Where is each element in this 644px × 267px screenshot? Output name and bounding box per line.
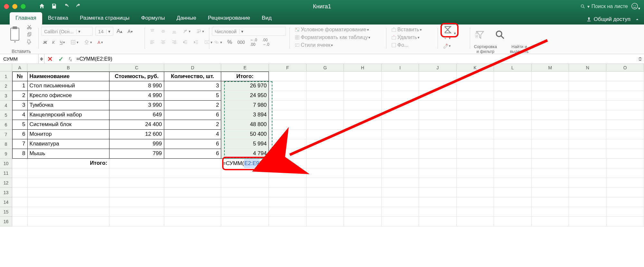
cell[interactable] [457,178,494,188]
cell[interactable] [419,149,456,159]
cell[interactable] [419,91,456,101]
tab-insert[interactable]: Вставка [42,12,74,25]
cell[interactable] [109,207,164,217]
format-as-table-button[interactable]: Форматировать как таблицу▾ [292,34,372,41]
cell[interactable] [109,168,164,178]
cell[interactable] [532,101,569,110]
cell[interactable] [457,188,494,197]
col-header-M[interactable]: M [532,64,569,71]
cell[interactable] [382,178,419,188]
italic-button[interactable]: К [50,39,57,46]
cell[interactable] [607,159,644,168]
cell[interactable] [269,91,306,101]
decrease-decimal-icon[interactable]: .00→.0 [260,37,271,48]
cell[interactable] [532,197,569,207]
row-header-14[interactable]: 14 [0,197,12,207]
col-header-L[interactable]: L [494,64,531,71]
cell[interactable] [307,197,344,207]
cell[interactable] [457,207,494,217]
cell[interactable] [419,188,456,197]
cell[interactable] [382,101,419,110]
orientation-icon[interactable]: ab▾ [180,27,193,35]
cell-num[interactable]: 6 [12,130,28,139]
cell-total[interactable]: 3 894 [221,110,269,120]
cell[interactable] [382,130,419,139]
tab-formulas[interactable]: Формулы [135,12,171,25]
col-header-A[interactable]: A [12,64,27,71]
cell[interactable] [606,110,644,120]
col-header-N[interactable]: N [569,64,606,71]
cell[interactable] [494,159,531,168]
cell[interactable] [532,188,569,197]
cell[interactable] [269,217,306,226]
cell[interactable] [344,217,381,226]
cell[interactable] [382,217,419,226]
cell[interactable] [494,110,531,120]
row-header-16[interactable]: 16 [0,217,12,226]
cell[interactable] [494,197,531,207]
header-cost[interactable]: Стоимость, руб. [109,72,164,81]
cell[interactable] [344,120,381,130]
align-middle-icon[interactable] [158,27,168,35]
cell[interactable] [569,72,606,81]
cell-num[interactable]: 4 [12,110,28,120]
cell[interactable] [344,110,381,120]
cell[interactable] [269,81,306,91]
cell[interactable] [12,159,28,168]
cell[interactable] [382,72,419,81]
cell[interactable] [419,178,456,188]
cell[interactable] [221,217,269,226]
cell-num[interactable]: 1 [12,81,28,91]
find-select-button[interactable] [493,29,507,41]
cell[interactable] [569,91,606,101]
cell[interactable] [307,159,344,168]
cell-total[interactable]: 26 970 [221,81,269,91]
header-qty[interactable]: Количество, шт. [164,72,222,81]
cell[interactable] [494,168,531,178]
cell[interactable] [457,91,494,101]
cell[interactable] [269,101,306,110]
fx-icon[interactable]: fx [66,56,74,62]
cell[interactable] [457,110,494,120]
cell[interactable] [606,130,644,139]
cell-total[interactable]: 24 950 [221,91,269,101]
cell[interactable] [28,188,109,197]
cell[interactable] [344,101,381,110]
cell[interactable] [344,81,381,91]
align-center-icon[interactable] [158,38,168,46]
cell[interactable] [607,188,644,197]
cell[interactable] [269,120,306,130]
cell[interactable] [569,149,606,159]
col-header-B[interactable]: B [27,64,109,71]
align-right-icon[interactable] [169,38,179,46]
cell[interactable] [457,130,494,139]
cell[interactable] [344,159,381,168]
cell[interactable] [344,168,381,178]
cell[interactable] [12,168,28,178]
cell[interactable] [494,130,531,139]
row-header-6[interactable]: 6 [0,120,12,130]
col-header-D[interactable]: D [164,64,222,71]
cell[interactable] [494,81,531,91]
cell[interactable] [457,101,494,110]
cell[interactable] [221,207,269,217]
borders-button[interactable]: ▾ [68,38,80,46]
cell[interactable] [109,188,164,197]
increase-decimal-icon[interactable]: ←.0.00 [248,37,259,48]
row-headers[interactable]: 12345678910111213141516 [0,72,12,226]
cell[interactable] [606,81,644,91]
cell[interactable] [28,207,109,217]
cell[interactable] [419,197,456,207]
row-header-9[interactable]: 9 [0,149,12,159]
row-header-5[interactable]: 5 [0,110,12,120]
smiley-icon[interactable]: ▾ [631,3,640,11]
cell[interactable] [532,139,569,149]
cell-total[interactable]: 5 994 [221,139,269,149]
cell[interactable] [532,91,569,101]
font-size-select[interactable]: 14▾ [95,27,113,36]
row-header-8[interactable]: 8 [0,139,12,149]
cell[interactable] [419,120,456,130]
cell[interactable] [382,110,419,120]
cell-cost[interactable]: 999 [109,139,164,149]
cell[interactable] [344,130,381,139]
